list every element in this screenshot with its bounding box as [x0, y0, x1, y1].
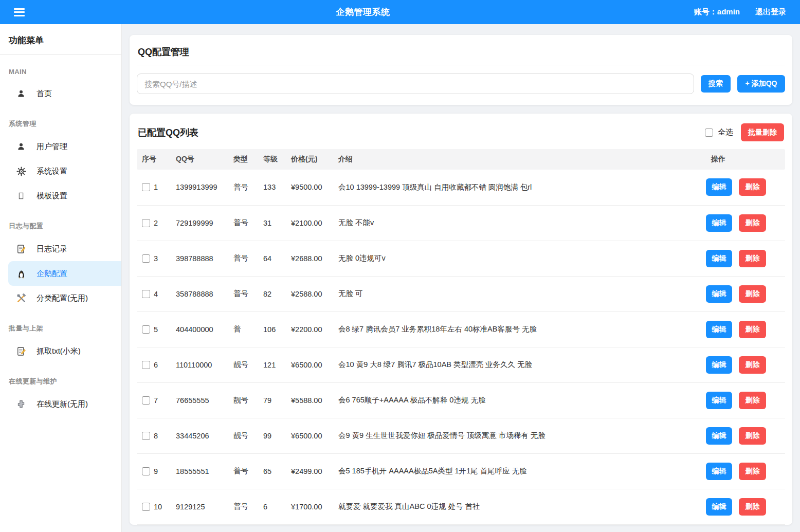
cell-price: ¥2200.00 — [286, 311, 333, 347]
cell-price: ¥9500.00 — [286, 170, 333, 205]
tools-icon — [16, 293, 26, 303]
row-checkbox[interactable] — [142, 396, 150, 405]
delete-button[interactable]: 删除 — [739, 427, 766, 445]
row-checkbox[interactable] — [142, 467, 150, 475]
cell-qq-number: 18555551 — [171, 453, 228, 489]
cell-qq-number: 404400000 — [171, 311, 228, 347]
cell-actions: 编辑删除 — [706, 347, 785, 382]
cell-level: 79 — [258, 382, 286, 418]
edit-button[interactable]: 编辑 — [706, 392, 732, 409]
cell-price: ¥1700.00 — [286, 489, 333, 524]
row-index: 1 — [154, 183, 158, 191]
sidebar-item-gear[interactable]: 系统设置 — [0, 159, 121, 184]
qq-table-body: 11399913999普号133¥9500.00会10 13999-13999 … — [137, 170, 785, 524]
cell-actions: 编辑删除 — [706, 311, 785, 347]
delete-button[interactable]: 删除 — [739, 214, 766, 232]
sidebar-section-label: MAIN — [0, 54, 121, 81]
delete-button[interactable]: 删除 — [739, 285, 766, 303]
cell-qq-number: 1399913999 — [171, 170, 228, 205]
cell-type: 靓号 — [228, 382, 258, 418]
row-checkbox[interactable] — [142, 183, 150, 191]
row-checkbox[interactable] — [142, 219, 150, 227]
row-index: 8 — [154, 432, 158, 440]
cell-actions: 编辑删除 — [706, 170, 785, 205]
table-row: 2729199999普号31¥2100.00无脸 不能v编辑删除 — [137, 205, 785, 241]
menu-toggle-icon[interactable] — [0, 6, 32, 18]
row-index: 5 — [154, 325, 158, 334]
cell-qq-number: 33445206 — [171, 418, 228, 453]
select-all[interactable]: 全选 — [705, 127, 733, 137]
row-checkbox[interactable] — [142, 432, 150, 440]
cell-description: 会6 765顺子+AAAAA 极品不解释 0违规 无脸 — [333, 382, 706, 418]
cell-index: 3 — [137, 241, 171, 276]
sidebar-item-update[interactable]: 在线更新(无用) — [0, 392, 121, 416]
sidebar-item-person[interactable]: 首页 — [0, 81, 121, 106]
select-all-checkbox[interactable] — [705, 129, 713, 137]
row-checkbox[interactable] — [142, 503, 150, 511]
row-checkbox[interactable] — [142, 254, 150, 263]
sidebar-item-label: 日志记录 — [37, 244, 67, 254]
sidebar-item-label: 分类配置(无用) — [37, 293, 88, 303]
edit-button[interactable]: 编辑 — [706, 250, 732, 267]
delete-button[interactable]: 删除 — [739, 250, 766, 267]
update-icon — [16, 399, 26, 409]
delete-button[interactable]: 删除 — [739, 463, 766, 480]
edit-button[interactable]: 编辑 — [706, 356, 732, 374]
edit-button[interactable]: 编辑 — [706, 427, 732, 445]
cell-description: 无脸 可 — [333, 276, 706, 311]
sidebar-title: 功能菜单 — [0, 24, 121, 54]
sidebar-section-label: 系统管理 — [0, 106, 121, 134]
cell-qq-number: 398788888 — [171, 241, 228, 276]
cell-qq-number: 9129125 — [171, 489, 228, 524]
cell-level: 31 — [258, 205, 286, 241]
delete-button[interactable]: 删除 — [739, 498, 766, 516]
cell-actions: 编辑删除 — [706, 382, 785, 418]
edit-button[interactable]: 编辑 — [706, 463, 732, 480]
select-all-label: 全选 — [718, 127, 733, 137]
sidebar-item-template[interactable]: 模板设置 — [0, 184, 121, 208]
search-button[interactable]: 搜索 — [701, 75, 731, 93]
table-row: 833445206靓号99¥6500.00会9 黄9 生生世世我爱你妞 极品爱情… — [137, 418, 785, 453]
sidebar-item-penguin-active[interactable]: 企鹅配置 — [8, 261, 121, 286]
delete-button[interactable]: 删除 — [739, 178, 766, 196]
cell-description: 就要爱 就要爱我 真山ABC 0违规 处号 首社 — [333, 489, 706, 524]
sidebar-item-person[interactable]: 用户管理 — [0, 134, 121, 159]
cell-price: ¥6500.00 — [286, 418, 333, 453]
row-checkbox[interactable] — [142, 325, 150, 334]
search-input[interactable] — [137, 74, 694, 94]
cell-index: 8 — [137, 418, 171, 453]
cell-index: 7 — [137, 382, 171, 418]
memo-icon — [16, 346, 26, 356]
add-qq-button[interactable]: + 添加QQ — [737, 75, 785, 93]
column-header: 序号 — [137, 149, 171, 170]
cell-description: 无脸 不能v — [333, 205, 706, 241]
edit-button[interactable]: 编辑 — [706, 321, 732, 338]
cell-type: 靓号 — [228, 418, 258, 453]
cell-price: ¥2688.00 — [286, 241, 333, 276]
cell-qq-number: 358788888 — [171, 276, 228, 311]
cell-description: 无脸 0违规可v — [333, 241, 706, 276]
sidebar-item-label: 系统设置 — [37, 167, 67, 176]
edit-button[interactable]: 编辑 — [706, 498, 732, 516]
batch-delete-button[interactable]: 批量删除 — [741, 123, 784, 141]
row-index: 7 — [154, 396, 158, 405]
edit-button[interactable]: 编辑 — [706, 214, 732, 232]
sidebar-item-memo[interactable]: 抓取txt(小米) — [0, 339, 121, 363]
sidebar-item-tools[interactable]: 分类配置(无用) — [0, 286, 121, 310]
cell-actions: 编辑删除 — [706, 418, 785, 453]
account-label: 账号：admin — [694, 7, 740, 17]
row-checkbox[interactable] — [142, 361, 150, 369]
delete-button[interactable]: 删除 — [739, 392, 766, 409]
column-header: 操作 — [706, 149, 785, 170]
delete-button[interactable]: 删除 — [739, 321, 766, 338]
column-header: 等级 — [258, 149, 286, 170]
row-checkbox[interactable] — [142, 290, 150, 298]
sidebar-nav: MAIN首页系统管理用户管理系统设置模板设置日志与配置日志记录企鹅配置分类配置(… — [0, 54, 121, 416]
edit-button[interactable]: 编辑 — [706, 285, 732, 303]
sidebar-item-memo[interactable]: 日志记录 — [0, 236, 121, 261]
list-card-header: 已配置QQ列表 全选 批量删除 — [137, 114, 785, 149]
edit-button[interactable]: 编辑 — [706, 178, 732, 196]
logout-link[interactable]: 退出登录 — [755, 7, 786, 17]
delete-button[interactable]: 删除 — [739, 356, 766, 374]
column-header: 类型 — [228, 149, 258, 170]
